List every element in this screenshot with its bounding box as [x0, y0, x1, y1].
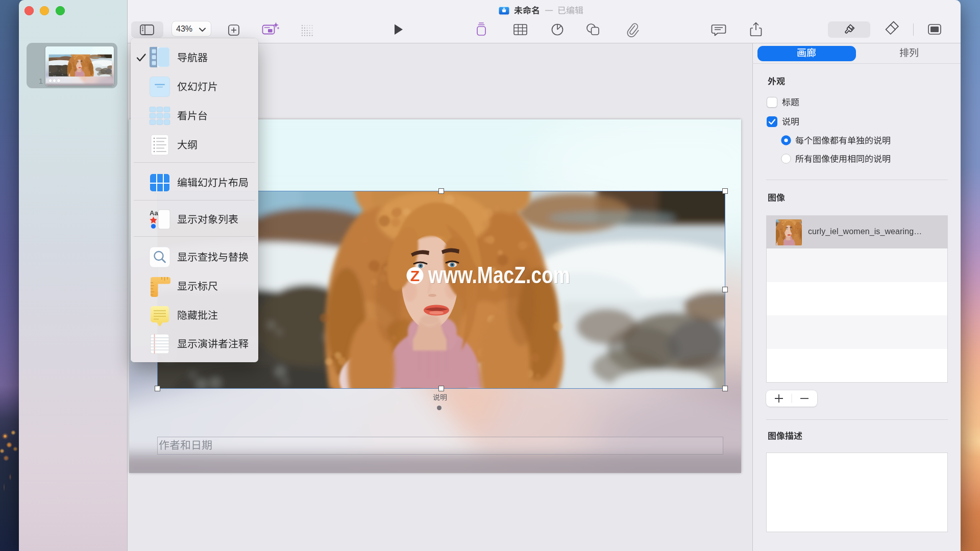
- svg-text:Aa: Aa: [150, 209, 158, 217]
